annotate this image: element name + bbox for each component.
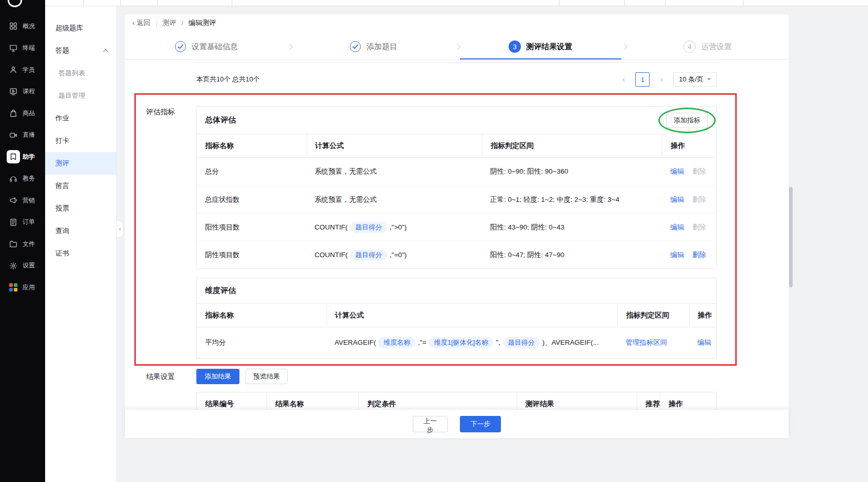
sidebar-item-label: 订单 — [23, 218, 35, 226]
column-header: 计算公式 — [327, 304, 618, 327]
sidebar-collapse-handle[interactable]: ‹ — [117, 220, 124, 238]
formula-cell: 系统预置，无需公式 — [307, 195, 482, 204]
sidebar-item-students[interactable]: 学员 — [0, 59, 45, 81]
edit-link[interactable]: 编辑 — [670, 223, 684, 232]
page-size-select[interactable]: 10 条/页 — [673, 72, 717, 87]
submenu-item-label: 查询 — [55, 226, 69, 236]
metric-name-cell: 阳性项目数 — [197, 223, 307, 232]
sidebar-item-live[interactable]: 直播 — [0, 124, 45, 146]
breadcrumb: ‹ 返回 | 测评 / 编辑测评 — [132, 18, 216, 28]
sidebar-item-label: 直播 — [23, 131, 35, 139]
breadcrumb-section[interactable]: 测评 — [163, 18, 176, 28]
content-card: ‹ 返回 | 测评 / 编辑测评 设置基础信息 添加题目 3 测评结果设置 — [125, 14, 789, 438]
sidebar-item-label: 概况 — [23, 22, 35, 31]
submenu-item-homework[interactable]: 作业 — [45, 107, 116, 130]
edit-link[interactable]: 编辑 — [670, 250, 684, 260]
preview-result-button[interactable]: 预览结果 — [246, 369, 288, 384]
delete-link[interactable]: 删除 — [692, 195, 706, 204]
delete-link[interactable]: 删除 — [692, 223, 706, 232]
submenu-item-query[interactable]: 查询 — [45, 220, 116, 242]
step-check-icon — [174, 40, 187, 53]
step-add-questions[interactable]: 添加题目 — [292, 34, 454, 59]
dimension-panel-title: 维度评估 — [205, 286, 236, 296]
table-row: 平均分 AVERAGEIF(维度名称,"=维度1[躯体化]名称",题目得分)、A… — [197, 327, 716, 358]
formula-cell: AVERAGEIF(维度名称,"=维度1[躯体化]名称",题目得分)、AVERA… — [327, 337, 618, 348]
column-header: 操作 — [689, 304, 716, 327]
step-operation-settings[interactable]: 4 运营设置 — [627, 34, 789, 59]
sidebar-item-goods[interactable]: 商品 — [0, 102, 45, 124]
sidebar-item-label: 营销 — [23, 196, 35, 205]
result-buttons: 添加结果 预览结果 — [196, 369, 288, 384]
edit-link[interactable]: 编辑 — [697, 338, 711, 347]
manage-ranges-link[interactable]: 管理指标区间 — [625, 339, 667, 346]
chevron-up-icon — [103, 49, 108, 54]
back-link[interactable]: ‹ 返回 — [132, 18, 150, 28]
column-header: 指标判定区间 — [617, 304, 689, 327]
submenu-item-certificates[interactable]: 证书 — [45, 242, 116, 265]
submenu-item-question-bank[interactable]: 超级题库 — [45, 17, 116, 39]
table-row: 阳性项目数 COUNTIF(题目得分,">0") 阳性: 43~90; 阴性: … — [197, 213, 716, 241]
add-result-button[interactable]: 添加结果 — [196, 369, 239, 384]
sidebar-item-orders[interactable]: 订单 — [0, 212, 45, 234]
metric-name-cell: 总分 — [197, 167, 307, 176]
footer-action-bar: 上一步 下一步 — [125, 410, 789, 438]
submenu-item-voting[interactable]: 投票 — [45, 197, 116, 220]
submenu-item-assessment[interactable]: 测评 — [45, 152, 116, 175]
sidebar-item-label: 终端 — [23, 44, 35, 52]
step-result-settings[interactable]: 3 测评结果设置 — [460, 34, 621, 59]
delete-link[interactable]: 删除 — [692, 167, 706, 176]
submenu-item-label: 作业 — [55, 114, 69, 123]
current-page-button[interactable]: 1 — [635, 72, 650, 87]
browser-tab-strip — [45, 0, 868, 6]
submenu-item-messages[interactable]: 留言 — [45, 175, 116, 197]
sidebar-item-overview[interactable]: 概况 — [0, 15, 45, 37]
edit-link[interactable]: 编辑 — [670, 195, 684, 204]
sidebar-item-academic[interactable]: 教务 — [0, 168, 45, 190]
primary-sidebar: 概况 终端 学员 课程 商品 直播 助学 教务 — [0, 0, 45, 482]
prev-step-button[interactable]: 上一步 — [413, 416, 448, 432]
submenu-item-label: 答题 — [55, 46, 69, 55]
chevron-right-icon — [621, 44, 628, 50]
submenu-item-question-mgmt[interactable]: 题目管理 — [45, 85, 116, 107]
formula-field-tag: 题目得分 — [503, 337, 540, 348]
column-header: 指标名称 — [197, 304, 327, 327]
sidebar-item-apps[interactable]: 应用 — [0, 277, 45, 299]
add-metric-button[interactable]: 添加指标 — [666, 113, 708, 128]
breadcrumb-divider: | — [155, 19, 157, 27]
metric-name-cell: 总症状指数 — [197, 195, 307, 204]
submenu-item-answer[interactable]: 答题 — [45, 39, 116, 62]
submenu-item-label: 证书 — [55, 249, 69, 258]
prev-page-button[interactable]: ‹ — [616, 72, 631, 87]
sidebar-item-settings[interactable]: 设置 — [0, 255, 45, 277]
folder-icon — [7, 237, 20, 250]
students-icon — [7, 63, 20, 76]
submenu-item-checkin[interactable]: 打卡 — [45, 130, 116, 152]
column-header: 指标判定区间 — [482, 134, 662, 157]
step-number: 3 — [509, 40, 521, 53]
sidebar-item-label: 课程 — [23, 87, 35, 96]
sidebar-item-terminal[interactable]: 终端 — [0, 37, 45, 59]
edit-link[interactable]: 编辑 — [670, 167, 684, 176]
sidebar-item-courses[interactable]: 课程 — [0, 81, 45, 103]
next-page-button[interactable]: › — [654, 72, 669, 87]
step-basic-info[interactable]: 设置基础信息 — [125, 34, 287, 59]
submenu-item-answer-list[interactable]: 答题列表 — [45, 62, 116, 85]
result-settings-label: 结果设置 — [146, 372, 175, 382]
sidebar-item-label: 应用 — [23, 283, 35, 292]
sidebar-item-marketing[interactable]: 营销 — [0, 190, 45, 212]
formula-field-tag: 题目得分 — [350, 222, 387, 233]
scrollbar-thumb[interactable] — [789, 187, 793, 287]
table-row: 总症状指数 系统预置，无需公式 正常: 0~1; 轻度: 1~2; 中度: 2~… — [197, 185, 716, 213]
secondary-sidebar: 超级题库 答题 答题列表 题目管理 作业 打卡 测评 留言 投票 查询 证书 — [45, 6, 117, 482]
sidebar-item-label: 商品 — [23, 109, 35, 118]
sidebar-item-files[interactable]: 文件 — [0, 233, 45, 255]
sidebar-item-study-aid[interactable]: 助学 — [0, 146, 45, 168]
step-number: 4 — [683, 40, 696, 53]
table-row: 阴性项目数 COUNTIF(题目得分,"=0") 阳性: 0~47; 阴性: 4… — [197, 241, 716, 268]
terminal-icon — [7, 41, 20, 55]
next-step-button[interactable]: 下一步 — [460, 416, 501, 432]
metric-name-cell: 阴性项目数 — [197, 250, 307, 260]
range-cell: 阳性: 0~47; 阴性: 47~90 — [482, 250, 662, 260]
submenu-item-label: 测评 — [55, 159, 69, 168]
delete-link[interactable]: 删除 — [692, 250, 706, 260]
